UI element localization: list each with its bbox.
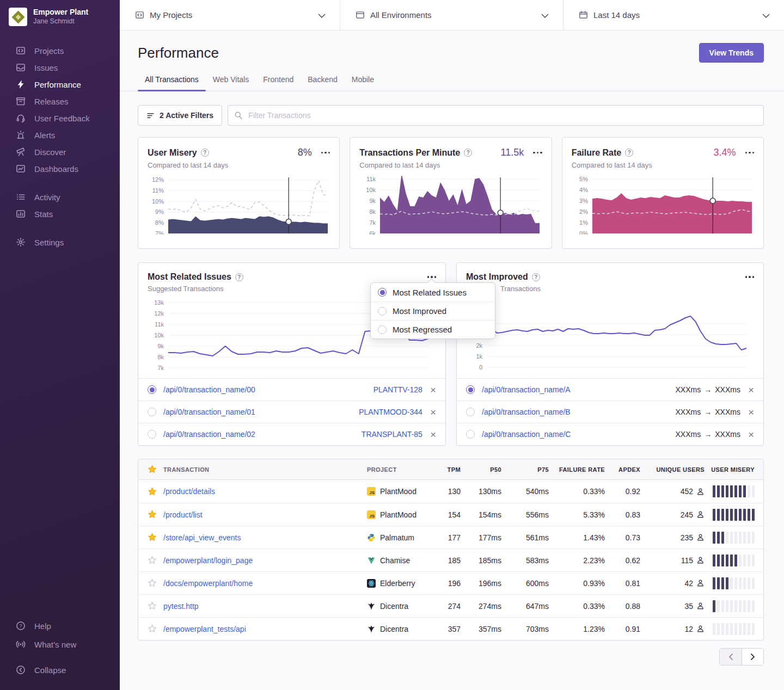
dropdown-option-most-regressed[interactable]: Most Regressed <box>371 320 495 338</box>
sidebar-item-settings[interactable]: Settings <box>0 235 120 249</box>
close-icon[interactable]: × <box>748 407 754 417</box>
sidebar-item-issues[interactable]: Issues <box>0 60 120 75</box>
favorite-star[interactable] <box>148 578 157 588</box>
transaction-link[interactable]: /docs/empowerplant/home <box>163 579 367 588</box>
context-menu-button[interactable] <box>531 150 542 156</box>
svg-text:11k: 11k <box>155 321 164 328</box>
radio-button[interactable] <box>466 430 475 439</box>
issue-link[interactable]: PLANTTV-128 <box>373 385 422 394</box>
favorite-star[interactable] <box>148 601 157 611</box>
sidebar-item-stats[interactable]: Stats <box>0 207 120 221</box>
tab-all-transactions[interactable]: All Transactions <box>138 70 206 91</box>
radio-button[interactable] <box>148 385 156 394</box>
arrow-right-icon: → <box>701 430 715 439</box>
org-switcher[interactable]: Empower Plant Jane Schmidt <box>0 8 120 26</box>
transaction-link[interactable]: /api/0/transaction_name/02 <box>163 430 255 439</box>
date-range-selector[interactable]: Last 14 days <box>564 0 784 30</box>
close-icon[interactable]: × <box>430 407 436 417</box>
favorite-star[interactable] <box>148 510 157 519</box>
environment-selector[interactable]: All Environments <box>340 0 564 30</box>
transaction-link[interactable]: /empowerplant/login_page <box>163 556 367 565</box>
help-icon[interactable]: ? <box>201 149 209 157</box>
issue-link[interactable]: PLANTMOOD-344 <box>359 408 422 416</box>
sidebar-item-label: What’s new <box>34 640 76 649</box>
col-p50[interactable]: P50 <box>461 466 501 473</box>
help-icon[interactable]: ? <box>625 149 633 157</box>
help-icon[interactable]: ? <box>235 273 243 281</box>
col-project[interactable]: Project <box>367 466 428 473</box>
chevron-down-icon <box>318 10 326 20</box>
transaction-link[interactable]: /api/0/transaction_name/01 <box>163 408 255 416</box>
star-column-icon[interactable] <box>148 465 157 474</box>
context-menu-button[interactable] <box>320 150 330 156</box>
card-menu-button[interactable] <box>744 274 755 280</box>
radio-button[interactable] <box>148 408 156 416</box>
transaction-link[interactable]: /api/0/transaction_name/C <box>482 430 571 439</box>
next-page-button[interactable] <box>742 649 763 665</box>
sidebar-item-discover[interactable]: Discover <box>0 145 120 159</box>
col-failure-rate[interactable]: Failure Rate <box>549 466 605 473</box>
bird-icon <box>367 625 376 633</box>
issue-link[interactable]: TRANSPLANT-85 <box>362 430 422 439</box>
user-misery-bars <box>713 509 755 521</box>
sidebar-item-user-feedback[interactable]: User Feedback <box>0 111 120 125</box>
transaction-link[interactable]: /api/0/transaction_name/B <box>482 408 571 416</box>
col-apdex[interactable]: Apdex <box>605 466 640 473</box>
sidebar-collapse-button[interactable]: Collapse <box>0 663 120 677</box>
col-transaction[interactable]: Transaction <box>163 466 367 473</box>
col-p75[interactable]: P75 <box>501 466 549 473</box>
project-cell: Palmatum <box>367 533 428 542</box>
favorite-star[interactable] <box>148 556 157 565</box>
sidebar-item-dashboards[interactable]: Dashboards <box>0 162 120 176</box>
view-trends-button[interactable]: View Trends <box>699 43 764 63</box>
sidebar-item-help[interactable]: ? Help <box>0 619 120 633</box>
col-unique-users[interactable]: Unique Users <box>640 466 705 473</box>
radio-button[interactable] <box>466 385 475 394</box>
active-filters-button[interactable]: 2 Active Filters <box>138 105 222 126</box>
col-user-misery[interactable]: User Misery <box>705 466 763 473</box>
context-menu-button[interactable] <box>744 150 755 156</box>
issues-icon <box>16 63 26 72</box>
close-icon[interactable]: × <box>748 385 754 395</box>
sidebar-item-whats-new[interactable]: What’s new <box>0 637 120 651</box>
tpm-value: 196 <box>428 579 461 588</box>
help-icon[interactable]: ? <box>464 149 472 157</box>
sidebar-item-projects[interactable]: Projects <box>0 44 120 58</box>
project-selector[interactable]: My Projects <box>120 0 340 30</box>
p50-value: 177ms <box>461 533 501 542</box>
tab-web-vitals[interactable]: Web Vitals <box>206 70 256 91</box>
p75-value: 556ms <box>501 510 549 519</box>
tab-frontend[interactable]: Frontend <box>256 70 301 91</box>
dropdown-option-most-related-issues[interactable]: Most Related Issues <box>371 283 495 301</box>
radio-button[interactable] <box>466 408 475 416</box>
transaction-link[interactable]: /api/0/transaction_name/00 <box>163 385 255 394</box>
transaction-link[interactable]: /empowerplant_tests/api <box>163 625 367 633</box>
calendar-icon <box>579 10 588 20</box>
col-tpm[interactable]: TPM <box>428 466 461 473</box>
sidebar-item-alerts[interactable]: Alerts <box>0 128 120 142</box>
search-input[interactable] <box>228 105 764 126</box>
tab-backend[interactable]: Backend <box>301 70 344 91</box>
sidebar-item-releases[interactable]: Releases <box>0 94 120 108</box>
sidebar-item-label: Issues <box>34 63 58 72</box>
transaction-link[interactable]: /api/0/transaction_name/A <box>482 385 571 394</box>
user-misery-bars <box>713 555 755 566</box>
favorite-star[interactable] <box>148 487 157 496</box>
sidebar-item-activity[interactable]: Activity <box>0 190 120 204</box>
transaction-link[interactable]: /product/list <box>163 510 367 519</box>
dropdown-option-most-improved[interactable]: Most Improved <box>371 301 495 320</box>
favorite-star[interactable] <box>148 533 157 542</box>
previous-page-button[interactable] <box>720 649 742 665</box>
tab-mobile[interactable]: Mobile <box>345 70 381 91</box>
transaction-link[interactable]: /store/api_view_events <box>163 533 367 542</box>
help-icon[interactable]: ? <box>532 273 540 281</box>
favorite-star[interactable] <box>148 624 157 633</box>
close-icon[interactable]: × <box>748 429 754 440</box>
radio-button[interactable] <box>148 430 156 439</box>
close-icon[interactable]: × <box>430 429 436 440</box>
close-icon[interactable]: × <box>430 385 436 395</box>
p75-value: 703ms <box>501 625 549 633</box>
transaction-link[interactable]: pytest.http <box>163 602 367 611</box>
sidebar-item-performance[interactable]: Performance <box>0 77 120 91</box>
transaction-link[interactable]: /product/details <box>163 487 367 496</box>
